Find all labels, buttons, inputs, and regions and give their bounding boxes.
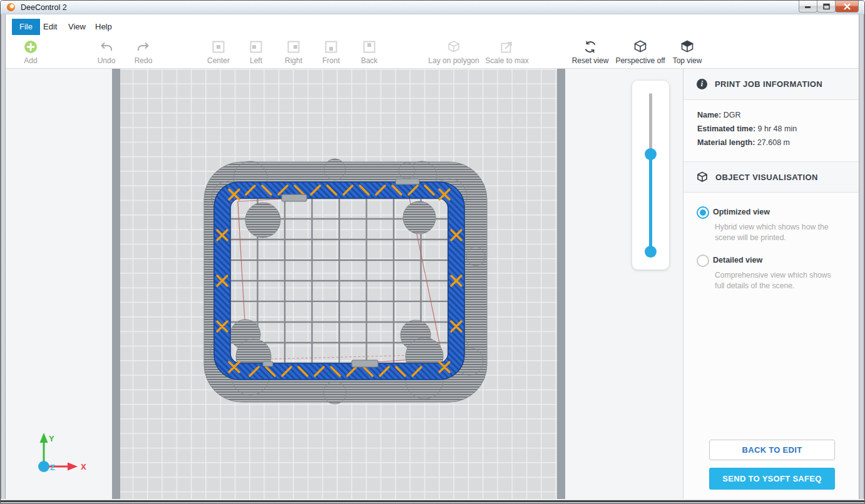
menu-help[interactable]: Help	[88, 19, 120, 35]
align-back-icon	[363, 39, 376, 54]
toolbar-left-button: Left	[237, 39, 275, 65]
window-frame-bottom	[1, 499, 864, 504]
print-job-fields: Name: DGR Estimated time: 9 hr 48 min Ma…	[697, 110, 797, 151]
maximize-button[interactable]	[817, 1, 836, 13]
layer-slider	[632, 81, 669, 270]
info-icon: i	[697, 79, 707, 89]
build-plate-right-edge	[557, 69, 565, 499]
sliced-print-object[interactable]	[204, 159, 487, 404]
align-left-icon	[250, 39, 262, 54]
field-material-length: Material length: 27.608 m	[697, 138, 797, 148]
app-logo-icon	[7, 3, 15, 11]
right-panel: i PRINT JOB INFORMATION Name: DGR Estima…	[683, 69, 860, 499]
toolbar-right-button: Right	[275, 39, 312, 65]
layer-slider-handle-bottom[interactable]	[645, 246, 657, 258]
field-name: Name: DGR	[697, 110, 797, 120]
scale-to-max-icon	[500, 39, 514, 54]
maximize-icon	[822, 3, 831, 10]
close-button[interactable]	[835, 1, 859, 13]
cube-icon	[697, 171, 708, 183]
close-icon	[843, 3, 851, 10]
layer-slider-handle-top[interactable]	[645, 148, 657, 160]
align-right-icon	[287, 39, 300, 54]
print-job-title: PRINT JOB INFORMATION	[715, 79, 822, 89]
title-bar[interactable]: DeeControl 2	[1, 1, 864, 14]
align-front-icon	[325, 39, 337, 54]
toolbar-back-button: Back	[351, 39, 388, 65]
add-icon	[24, 39, 38, 54]
undo-icon	[99, 39, 114, 54]
z-axis-dot	[38, 461, 49, 472]
viewport-3d[interactable]: Y X Z	[1, 69, 683, 499]
build-plate-left-edge	[112, 69, 120, 499]
z-axis-label: Z	[50, 463, 55, 472]
back-to-edit-button[interactable]: BACK TO EDIT	[709, 440, 835, 460]
toolbar: Add Undo Redo Center Left Right	[1, 35, 865, 69]
send-to-ysoft-safeq-button[interactable]: SEND TO YSOFT SAFEQ	[709, 468, 835, 490]
toolbar-front-button: Front	[312, 39, 350, 65]
minimize-button[interactable]	[799, 1, 817, 13]
toolbar-center-button: Center	[198, 39, 238, 65]
layer-slider-track-upper[interactable]	[649, 93, 652, 154]
redo-icon	[136, 39, 151, 54]
lay-on-polygon-icon	[446, 39, 461, 54]
window-title: DeeControl 2	[21, 3, 67, 12]
menu-bar: File Edit View Help	[1, 14, 865, 35]
print-job-section-header: i PRINT JOB INFORMATION	[683, 69, 860, 100]
minimize-icon	[804, 3, 812, 9]
align-center-icon	[212, 39, 225, 54]
toolbar-top-view-button[interactable]: Top view	[663, 39, 711, 65]
layer-slider-track-selected[interactable]	[649, 154, 652, 251]
toolbar-undo-button: Undo	[88, 39, 125, 65]
x-axis-label: X	[81, 462, 86, 471]
toolbar-add-button[interactable]: Add	[12, 39, 49, 65]
window-frame-left	[1, 14, 6, 504]
visualisation-title: OBJECT VISUALISATION	[715, 173, 818, 182]
y-axis-label: Y	[49, 434, 54, 443]
toolbar-redo-button: Redo	[125, 39, 162, 65]
app-window: DeeControl 2 File Edit View Help Add	[0, 0, 865, 504]
top-view-icon	[680, 39, 695, 54]
reset-view-icon	[583, 39, 597, 54]
window-frame-right	[859, 14, 864, 504]
perspective-icon	[633, 39, 648, 54]
visualisation-section-header: OBJECT VISUALISATION	[683, 161, 860, 193]
optimized-view-radio[interactable]	[697, 206, 709, 219]
toolbar-scale-to-max-button: Scale to max	[477, 39, 537, 65]
field-estimated-time: Estimated time: 9 hr 48 min	[697, 124, 797, 134]
detailed-view-radio[interactable]	[697, 255, 709, 267]
